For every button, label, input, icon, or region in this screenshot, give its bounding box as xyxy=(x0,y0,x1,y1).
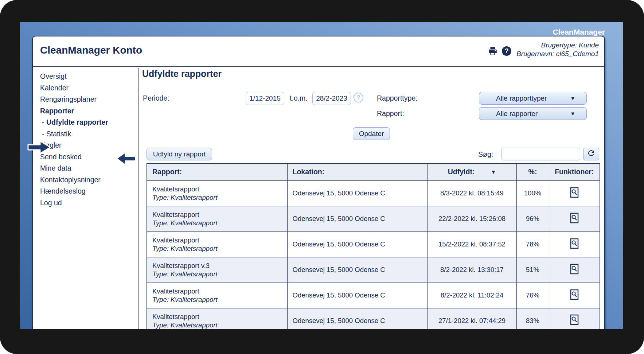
brand-text: CleanManager xyxy=(553,28,605,36)
report-completed: 15/2-2022 kl. 08:37:52 xyxy=(428,232,516,257)
report-location: Odensevej 15, 5000 Odense C xyxy=(287,257,428,283)
opdater-button[interactable]: Opdater xyxy=(353,127,390,140)
col-header-udfyldt[interactable]: Udfyldt: ▼ xyxy=(428,163,516,180)
view-report-button[interactable] xyxy=(570,289,579,300)
report-location: Odensevej 15, 5000 Odense C xyxy=(287,308,428,329)
view-report-button[interactable] xyxy=(570,187,579,198)
sidebar-item-haendelseslog[interactable]: Hændelseslog xyxy=(40,186,138,197)
report-percent: 51% xyxy=(516,257,549,283)
printer-icon xyxy=(488,51,497,57)
chevron-down-icon: ▼ xyxy=(570,110,575,117)
report-type: Type: Kvalitetsrapport xyxy=(152,321,282,329)
period-help-icon[interactable]: ? xyxy=(354,93,363,102)
col-header-funktioner: Funktioner: xyxy=(549,163,600,180)
rapport-select[interactable]: Alle rapporter ▼ xyxy=(479,107,587,120)
report-percent: 76% xyxy=(516,283,549,308)
col-header-lokation[interactable]: Lokation: xyxy=(287,163,428,180)
report-name: Kvalitetsrapport xyxy=(152,312,282,321)
rapporttype-selected-value: Alle rapporttyper xyxy=(496,94,570,102)
col-header-rapport[interactable]: Rapport: xyxy=(147,163,287,180)
help-button[interactable]: ? xyxy=(502,46,511,56)
date-from-input[interactable] xyxy=(246,92,284,105)
report-percent: 78% xyxy=(516,232,549,257)
sidebar-item-rengoeringsplaner[interactable]: Rengøringsplaner xyxy=(40,94,138,105)
col-header-percent[interactable]: %: xyxy=(516,163,549,180)
tom-label: t.o.m. xyxy=(290,94,308,102)
udfyldte-pointer-arrow-icon xyxy=(116,152,136,166)
sidebar-item-udfyldte-rapporter[interactable]: - Udfyldte rapporter xyxy=(40,117,138,128)
report-type: Type: Kvalitetsrapport xyxy=(152,270,282,278)
report-location: Odensevej 15, 5000 Odense C xyxy=(287,180,428,206)
magnifier-doc-icon xyxy=(570,296,579,301)
report-location: Odensevej 15, 5000 Odense C xyxy=(287,283,428,308)
search-input[interactable] xyxy=(501,148,580,160)
rapporttype-select[interactable]: Alle rapporttyper ▼ xyxy=(479,92,587,105)
report-percent: 96% xyxy=(516,206,549,232)
refresh-button[interactable] xyxy=(583,148,599,160)
refresh-icon xyxy=(587,149,596,159)
report-type: Type: Kvalitetsrapport xyxy=(152,193,282,202)
sidebar-item-noegler[interactable]: Nøgler xyxy=(40,140,138,151)
report-completed: 8/2-2022 kl. 13:30:17 xyxy=(428,257,516,283)
report-completed: 22/2-2022 kl. 15:26:08 xyxy=(428,206,516,232)
user-name: Brugernavn: cl65_Cdemo1 xyxy=(516,50,599,58)
report-percent: 100% xyxy=(516,180,549,206)
report-name: Kvalitetsrapport xyxy=(152,185,282,193)
search-label: Søg: xyxy=(478,150,493,159)
table-row: Kvalitetsrapport Type: Kvalitetsrapport … xyxy=(147,206,600,232)
sidebar-item-log-ud[interactable]: Log ud xyxy=(40,197,138,209)
report-completed: 27/1-2022 kl. 07:44:29 xyxy=(428,308,516,329)
rapport-label: Rapport: xyxy=(377,109,404,118)
table-row: Kvalitetsrapport Type: Kvalitetsrapport … xyxy=(147,180,600,206)
view-report-button[interactable] xyxy=(570,314,579,325)
user-type: Brugertype: Kunde xyxy=(516,41,599,50)
magnifier-doc-icon xyxy=(570,270,579,276)
page-title: Udfyldte rapporter xyxy=(142,69,222,79)
rapporttype-label: Rapporttype: xyxy=(377,94,418,102)
report-type: Type: Kvalitetsrapport xyxy=(152,244,282,253)
report-type: Type: Kvalitetsrapport xyxy=(152,219,282,227)
report-name: Kvalitetsrapport xyxy=(152,210,282,219)
view-report-button[interactable] xyxy=(570,238,579,249)
periode-label: Periode: xyxy=(143,94,169,102)
print-button[interactable] xyxy=(488,46,497,56)
sidebar-item-statistik[interactable]: - Statistik xyxy=(40,128,138,140)
app-panel: CleanManager Konto ? Brugertype: xyxy=(32,36,605,329)
date-to-input[interactable] xyxy=(312,92,351,105)
view-report-button[interactable] xyxy=(570,264,579,275)
table-row: Kvalitetsrapport Type: Kvalitetsrapport … xyxy=(147,232,600,257)
sidebar-item-kalender[interactable]: Kalender xyxy=(40,82,138,94)
sidebar-item-oversigt[interactable]: Oversigt xyxy=(40,71,138,82)
col-header-udfyldt-label: Udfyldt: xyxy=(448,168,475,176)
magnifier-doc-icon xyxy=(570,219,579,225)
user-info: Brugertype: Kunde Brugernavn: cl65_Cdemo… xyxy=(516,41,599,58)
report-type: Type: Kvalitetsrapport xyxy=(152,295,282,304)
report-name: Kvalitetsrapport xyxy=(152,287,282,295)
reports-table: Rapport: Lokation: Udfyldt: ▼ %: Funktio… xyxy=(147,163,600,329)
new-report-button[interactable]: Udfyld ny rapport xyxy=(147,148,212,160)
screenshot-frame: CleanManager CleanManager Konto ? xyxy=(0,0,644,354)
report-location: Odensevej 15, 5000 Odense C xyxy=(287,206,428,232)
app-title: CleanManager Konto xyxy=(40,44,142,56)
rapporter-pointer-arrow-icon xyxy=(27,140,51,155)
panel-header: CleanManager Konto ? Brugertype: xyxy=(33,36,604,67)
table-row: Kvalitetsrapport v.3 Type: Kvalitetsrapp… xyxy=(147,257,600,283)
report-name: Kvalitetsrapport v.3 xyxy=(152,261,282,270)
table-header-row: Rapport: Lokation: Udfyldt: ▼ %: Funktio… xyxy=(147,163,600,180)
view-report-button[interactable] xyxy=(570,213,579,223)
report-name: Kvalitetsrapport xyxy=(152,236,282,244)
browser-viewport: CleanManager CleanManager Konto ? xyxy=(20,22,623,329)
magnifier-doc-icon xyxy=(570,321,579,326)
user-block: ? Brugertype: Kunde Brugernavn: cl65_Cde… xyxy=(488,41,599,58)
report-location: Odensevej 15, 5000 Odense C xyxy=(287,232,428,257)
table-row: Kvalitetsrapport Type: Kvalitetsrapport … xyxy=(147,283,600,308)
report-percent: 83% xyxy=(516,308,549,329)
main-content: Udfyldte rapporter Periode: t.o.m. ? Rap… xyxy=(139,68,604,329)
sidebar-item-rapporter[interactable]: Rapporter xyxy=(40,105,138,117)
header-icons: ? xyxy=(488,46,511,56)
sidebar-item-kontaktoplysninger[interactable]: Kontaktoplysninger xyxy=(40,174,138,186)
table-row: Kvalitetsrapport Type: Kvalitetsrapport … xyxy=(147,308,600,329)
sort-desc-icon: ▼ xyxy=(491,169,496,175)
magnifier-doc-icon xyxy=(570,194,579,199)
help-icon: ? xyxy=(502,46,511,56)
